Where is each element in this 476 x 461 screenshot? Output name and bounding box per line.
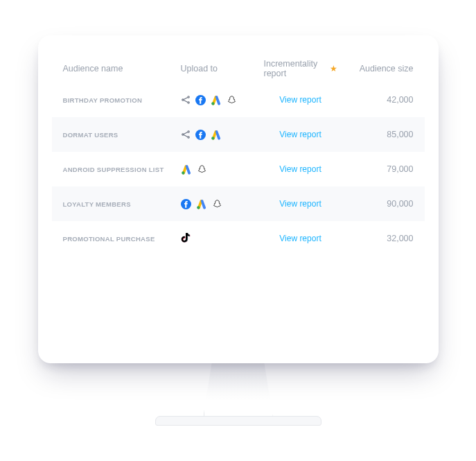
svg-point-8: [187, 131, 188, 132]
snapchat-icon: [227, 95, 237, 105]
table-body: BIRTHDAY PROMOTIONView report42,000DORMA…: [52, 82, 425, 256]
google-ads-icon: [181, 164, 192, 175]
star-icon: ★: [330, 64, 337, 73]
audience-size: 85,000: [337, 130, 414, 139]
table-row: LOYALTY MEMBERSView report90,000: [52, 186, 425, 221]
view-report-link[interactable]: View report: [264, 95, 337, 105]
upload-to-cell: [181, 233, 264, 244]
svg-line-3: [184, 98, 188, 100]
table-row: ANDROID SUPPRESSION LISTView report79,00…: [52, 152, 425, 186]
svg-point-16: [197, 206, 200, 209]
svg-point-2: [187, 102, 188, 103]
monitor-mockup: Audience name Upload to Incrementality r…: [38, 35, 439, 426]
audience-name: PROMOTIONAL PURCHASE: [63, 235, 181, 243]
google-ads-icon: [196, 199, 207, 209]
svg-point-9: [187, 137, 188, 138]
audience-size: 42,000: [337, 95, 414, 105]
share-icon: [181, 130, 191, 139]
audience-name: DORMAT USERS: [63, 131, 181, 139]
col-header-upload: Upload to: [181, 64, 264, 73]
svg-point-6: [211, 102, 214, 105]
svg-point-14: [182, 171, 184, 174]
table-row: PROMOTIONAL PURCHASEView report32,000: [52, 221, 425, 256]
google-ads-icon: [211, 95, 222, 105]
svg-point-7: [182, 134, 183, 135]
google-ads-icon: [211, 130, 222, 140]
upload-to-cell: [181, 199, 264, 209]
col-header-report-text: Incrementality report: [264, 59, 327, 78]
col-header-report: Incrementality report ★: [264, 59, 337, 78]
facebook-icon: [181, 199, 191, 209]
table-row: BIRTHDAY PROMOTIONView report42,000: [52, 82, 425, 117]
monitor-stand-neck: [204, 363, 273, 416]
audience-size: 90,000: [337, 199, 414, 209]
view-report-link[interactable]: View report: [264, 130, 337, 139]
svg-point-13: [211, 137, 214, 139]
upload-to-cell: [181, 130, 264, 140]
view-report-link[interactable]: View report: [264, 199, 337, 209]
audience-name: LOYALTY MEMBERS: [63, 200, 181, 208]
audience-size: 32,000: [337, 234, 414, 243]
audience-name: ANDROID SUPPRESSION LIST: [63, 166, 181, 173]
audience-size: 79,000: [337, 164, 414, 174]
snapchat-icon: [197, 164, 207, 175]
audiences-table: Audience name Upload to Incrementality r…: [52, 55, 425, 256]
facebook-icon: [195, 130, 206, 140]
screen: Audience name Upload to Incrementality r…: [38, 35, 439, 363]
view-report-link[interactable]: View report: [264, 164, 337, 174]
share-icon: [181, 95, 191, 105]
svg-line-10: [184, 132, 188, 134]
svg-line-11: [184, 135, 188, 137]
col-header-name: Audience name: [63, 64, 181, 73]
col-header-size: Audience size: [337, 64, 414, 73]
view-report-link[interactable]: View report: [264, 234, 337, 243]
upload-to-cell: [181, 95, 264, 105]
svg-line-4: [184, 101, 188, 103]
facebook-icon: [195, 95, 206, 105]
table-header: Audience name Upload to Incrementality r…: [52, 55, 425, 82]
svg-point-0: [182, 99, 183, 101]
tiktok-icon: [181, 233, 191, 244]
audience-name: BIRTHDAY PROMOTION: [63, 96, 181, 104]
table-row: DORMAT USERSView report85,000: [52, 117, 425, 152]
monitor-stand-base: [155, 416, 321, 426]
snapchat-icon: [212, 199, 222, 209]
upload-to-cell: [181, 164, 264, 175]
svg-point-1: [187, 96, 188, 98]
